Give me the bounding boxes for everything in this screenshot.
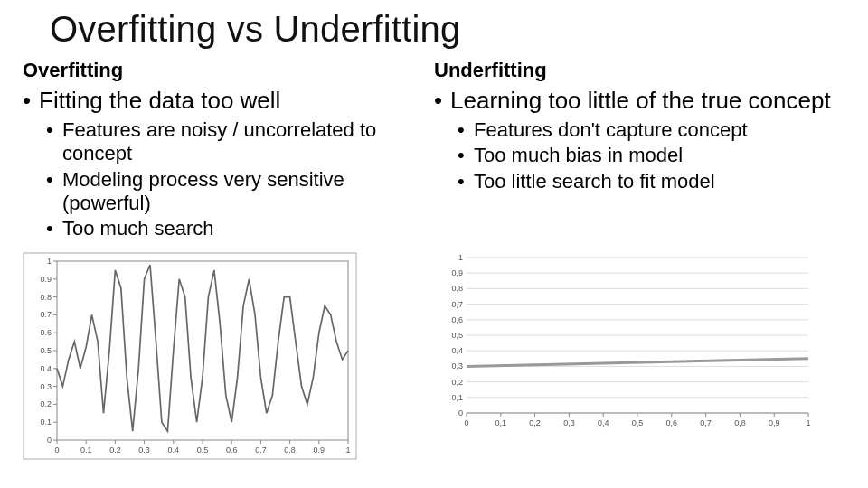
right-column: Underfitting Learning too little of the … [434, 59, 845, 247]
svg-text:1: 1 [458, 253, 463, 262]
svg-text:0.8: 0.8 [284, 446, 296, 455]
right-heading: Underfitting [434, 59, 845, 82]
right-sublist: Features don't capture concept Too much … [450, 118, 845, 193]
svg-text:0.6: 0.6 [40, 328, 52, 337]
svg-text:0.1: 0.1 [80, 446, 92, 455]
svg-text:0.7: 0.7 [40, 310, 52, 319]
underfit-chart: 00,10,20,30,40,50,60,70,80,9100,10,20,30… [439, 252, 819, 433]
svg-text:0,5: 0,5 [451, 331, 463, 340]
overfit-chart: 00.10.20.30.40.50.60.70.80.9100.10.20.30… [23, 252, 357, 460]
right-chart: 00,10,20,30,40,50,60,70,80,9100,10,20,30… [434, 252, 845, 460]
right-list: Learning too little of the true concept … [434, 88, 845, 193]
left-heading: Overfitting [23, 59, 434, 82]
slide: Overfitting vs Underfitting Overfitting … [0, 0, 868, 488]
right-sub-2: Too little search to fit model [474, 170, 845, 193]
svg-text:0,6: 0,6 [451, 315, 463, 324]
left-chart: 00.10.20.30.40.50.60.70.80.9100.10.20.30… [23, 252, 434, 460]
svg-text:0.9: 0.9 [40, 275, 52, 284]
left-bullet: Fitting the data too well Features are n… [39, 88, 434, 241]
left-sub-2: Too much search [62, 217, 434, 240]
left-sublist: Features are noisy / uncorrelated to con… [39, 118, 434, 241]
svg-text:0: 0 [464, 418, 468, 427]
svg-text:1: 1 [345, 446, 350, 455]
slide-title: Overfitting vs Underfitting [50, 9, 845, 50]
svg-text:0.7: 0.7 [255, 446, 267, 455]
svg-text:0.4: 0.4 [40, 364, 52, 373]
svg-text:0,7: 0,7 [451, 299, 463, 308]
svg-text:0,5: 0,5 [632, 418, 644, 427]
svg-text:0,1: 0,1 [451, 393, 463, 402]
svg-text:0,2: 0,2 [451, 377, 463, 386]
left-sub-1: Modeling process very sensitive (powerfu… [62, 168, 434, 216]
svg-text:0,8: 0,8 [734, 418, 746, 427]
svg-text:0,4: 0,4 [451, 346, 463, 355]
svg-text:0.8: 0.8 [40, 292, 52, 301]
left-sub-0: Features are noisy / uncorrelated to con… [62, 118, 434, 166]
svg-text:0.5: 0.5 [40, 346, 52, 355]
svg-rect-1 [57, 261, 348, 440]
left-list: Fitting the data too well Features are n… [23, 88, 434, 241]
svg-text:0: 0 [54, 446, 59, 455]
svg-text:0.3: 0.3 [40, 381, 52, 390]
left-column: Overfitting Fitting the data too well Fe… [23, 59, 434, 247]
svg-text:0.9: 0.9 [314, 446, 326, 455]
svg-text:0,4: 0,4 [598, 418, 609, 427]
svg-text:0,3: 0,3 [563, 418, 575, 427]
svg-text:0: 0 [47, 436, 52, 445]
right-bullet: Learning too little of the true concept … [450, 88, 845, 193]
right-sub-1: Too much bias in model [474, 144, 845, 167]
svg-text:0.2: 0.2 [109, 446, 121, 455]
svg-text:0,2: 0,2 [529, 418, 541, 427]
svg-text:0.3: 0.3 [138, 446, 150, 455]
svg-text:0.1: 0.1 [40, 418, 52, 427]
svg-text:0,1: 0,1 [495, 418, 507, 427]
svg-text:0,6: 0,6 [666, 418, 678, 427]
columns: Overfitting Fitting the data too well Fe… [23, 59, 845, 247]
svg-text:0,9: 0,9 [769, 418, 780, 427]
right-bullet-text: Learning too little of the true concept [450, 87, 831, 114]
svg-text:0: 0 [458, 408, 463, 418]
svg-text:1: 1 [47, 257, 52, 266]
right-sub-0: Features don't capture concept [474, 118, 845, 142]
svg-text:0.6: 0.6 [226, 446, 238, 455]
charts-row: 00.10.20.30.40.50.60.70.80.9100.10.20.30… [23, 252, 845, 460]
left-bullet-text: Fitting the data too well [39, 87, 280, 114]
svg-text:0.4: 0.4 [168, 446, 180, 455]
svg-text:0,8: 0,8 [451, 284, 463, 293]
svg-text:0,3: 0,3 [451, 361, 463, 371]
svg-text:0.2: 0.2 [40, 399, 52, 408]
svg-text:1: 1 [806, 418, 810, 427]
svg-text:0,7: 0,7 [700, 418, 712, 427]
svg-text:0.5: 0.5 [197, 446, 209, 455]
svg-text:0,9: 0,9 [451, 268, 463, 277]
